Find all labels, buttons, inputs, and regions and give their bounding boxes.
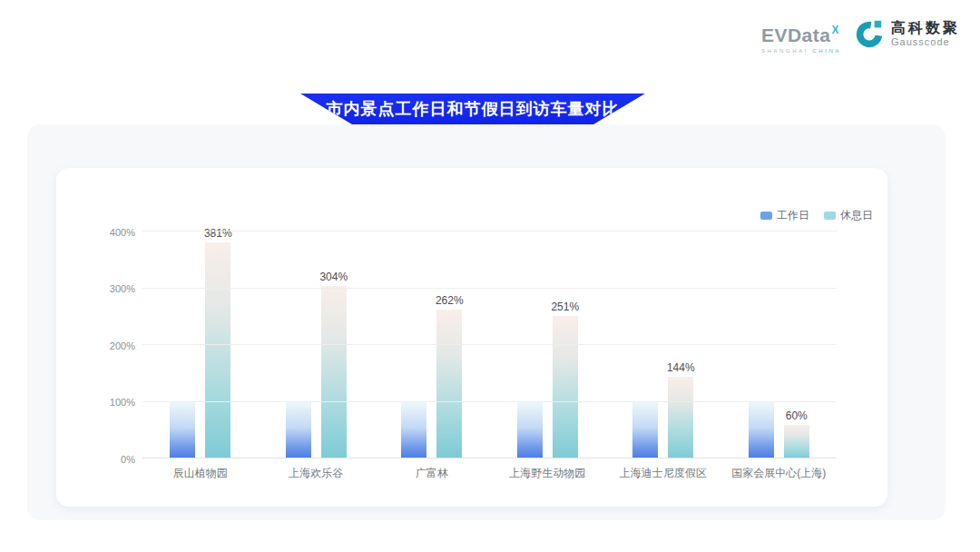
bar-group: 304%	[259, 232, 375, 458]
holiday-bar-3[interactable]: 251%	[553, 316, 578, 458]
holiday-bar-5[interactable]: 60%	[784, 425, 809, 459]
y-tick-label: 200%	[110, 340, 135, 351]
workday-bar-0[interactable]	[170, 402, 195, 459]
bar-value-label: 251%	[551, 301, 579, 313]
holiday-bar-1[interactable]: 304%	[321, 286, 347, 458]
title-banner: 市内景点工作日和节假日到访车量对比	[300, 94, 645, 124]
gausscode-g-icon	[854, 18, 885, 49]
category-label: 辰山植物园	[142, 466, 259, 481]
x-axis-labels: 辰山植物园上海欢乐谷广富林上海野生动物园上海迪士尼度假区国家会展中心(上海)	[142, 466, 837, 481]
y-tick-label: 300%	[110, 283, 135, 294]
category-label: 上海迪士尼度假区	[605, 466, 721, 481]
chart-legend: 工作日 休息日	[760, 208, 873, 223]
bar-group: 144%	[605, 232, 721, 458]
evdata-superscript: X	[831, 24, 838, 36]
legend-item-workday[interactable]: 工作日	[760, 208, 809, 223]
legend-label-holiday: 休息日	[840, 208, 873, 223]
y-tick-label: 0%	[121, 454, 135, 465]
gausscode-cn: 高科数聚	[891, 20, 960, 36]
chart-card: 工作日 休息日 381%304%262%251%144%60% 0%100%20…	[56, 168, 887, 507]
legend-swatch-holiday	[824, 212, 836, 220]
gausscode-text: 高科数聚 Gausscode	[891, 20, 960, 47]
y-gridline	[142, 288, 837, 289]
bar-value-label: 60%	[786, 409, 808, 422]
workday-bar-5[interactable]	[749, 402, 774, 459]
bar-group: 381%	[142, 232, 259, 458]
y-tick-label: 400%	[110, 227, 135, 238]
page-root: EVDataX SHANGHAI CHINA 高科数聚 Gausscode 市内…	[0, 0, 980, 552]
y-gridline	[142, 458, 837, 458]
plot-area: 381%304%262%251%144%60% 0%100%200%300%40…	[142, 232, 837, 458]
category-label: 国家会展中心(上海)	[721, 466, 838, 481]
category-label: 上海欢乐谷	[259, 466, 375, 481]
legend-label-workday: 工作日	[777, 208, 809, 223]
evdata-logo: EVDataX SHANGHAI CHINA	[761, 18, 841, 54]
y-gridline	[142, 231, 837, 232]
content-panel: 工作日 休息日 381%304%262%251%144%60% 0%100%20…	[27, 124, 946, 520]
legend-item-holiday[interactable]: 休息日	[824, 208, 873, 223]
bar-group: 262%	[374, 232, 490, 458]
y-tick-label: 100%	[110, 397, 135, 408]
holiday-bar-0[interactable]: 381%	[205, 242, 230, 458]
bar-group: 251%	[490, 232, 606, 458]
holiday-bar-2[interactable]: 262%	[436, 310, 462, 458]
evdata-logo-text: EVDataX	[761, 24, 839, 45]
workday-bar-4[interactable]	[632, 402, 658, 459]
bar-value-label: 144%	[667, 361, 695, 374]
evdata-wordmark: EVData	[761, 25, 831, 45]
header-logos: EVDataX SHANGHAI CHINA 高科数聚 Gausscode	[761, 18, 960, 54]
bar-value-label: 304%	[319, 271, 348, 283]
bar-group: 60%	[721, 232, 838, 458]
workday-bar-1[interactable]	[286, 402, 311, 459]
category-label: 广富林	[374, 466, 490, 481]
y-gridline	[142, 344, 837, 345]
workday-bar-2[interactable]	[401, 402, 426, 459]
gausscode-en: Gausscode	[891, 36, 960, 47]
bar-value-label: 262%	[436, 294, 464, 307]
y-gridline	[142, 401, 837, 402]
bar-value-label: 381%	[204, 227, 232, 240]
bars-row: 381%304%262%251%144%60%	[142, 232, 837, 458]
gausscode-logo: 高科数聚 Gausscode	[854, 18, 960, 49]
holiday-bar-4[interactable]: 144%	[668, 377, 693, 458]
evdata-subtext: SHANGHAI CHINA	[761, 48, 841, 54]
category-label: 上海野生动物园	[490, 466, 606, 481]
page-title: 市内景点工作日和节假日到访车量对比	[327, 98, 620, 121]
workday-bar-3[interactable]	[517, 402, 543, 459]
legend-swatch-workday	[760, 212, 772, 220]
